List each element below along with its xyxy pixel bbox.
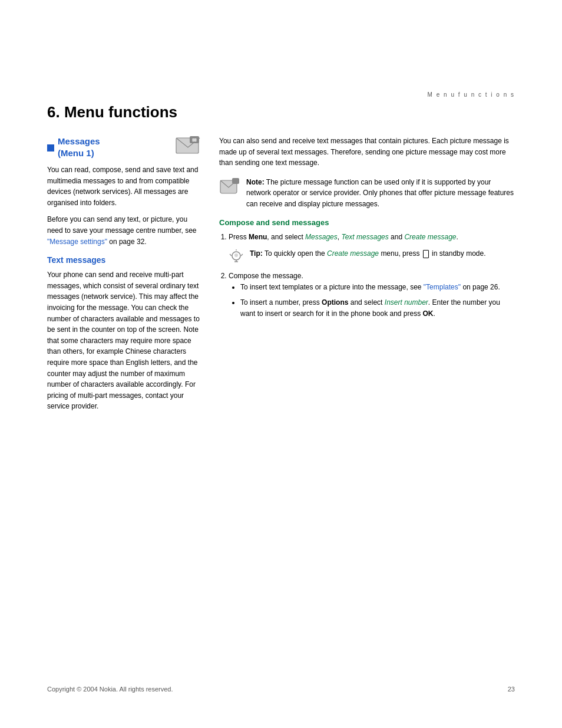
tip-box: Tip: To quickly open the Create message … — [229, 248, 515, 265]
page-header: M e n u f u n c t i o n s — [428, 91, 515, 98]
step-1: Press Menu, and select Messages, Text me… — [229, 232, 515, 265]
steps-list: Press Menu, and select Messages, Text me… — [229, 232, 515, 319]
bullet-2: To insert a number, press Options and se… — [240, 297, 515, 319]
messages-before-send-text: Before you can send any text, or picture… — [47, 214, 200, 247]
messages-section-title: Messages (Menu 1) — [58, 136, 100, 159]
bullet-1: To insert text templates or a picture in… — [240, 282, 515, 293]
standby-button-icon — [423, 250, 429, 258]
right-intro-text: You can also send and receive text messa… — [219, 136, 515, 169]
messages-section-header: Messages (Menu 1) ✉ — [47, 136, 200, 159]
step2-bullets: To insert text templates or a picture in… — [240, 282, 515, 319]
step-2: Compose the message. To insert text temp… — [229, 271, 515, 319]
tip-bulb-icon — [229, 249, 244, 265]
right-column: You can also send and receive text messa… — [219, 136, 515, 418]
message-envelope-icon: ✉ — [176, 136, 200, 154]
chapter-title: 6. Menu functions — [47, 103, 515, 121]
header-section-label: M e n u f u n c t i o n s — [428, 91, 515, 98]
left-column: Messages (Menu 1) ✉ You can read, com — [47, 136, 200, 418]
page: M e n u f u n c t i o n s 6. Menu functi… — [0, 0, 562, 728]
svg-line-8 — [230, 254, 232, 256]
page-footer: Copyright © 2004 Nokia. All rights reser… — [47, 686, 515, 693]
svg-text:✉: ✉ — [192, 137, 197, 143]
copyright-text: Copyright © 2004 Nokia. All rights reser… — [47, 686, 173, 693]
note-text: Note: The picture message function can b… — [246, 177, 515, 210]
templates-link[interactable]: "Templates" — [424, 283, 461, 291]
message-settings-link[interactable]: "Message settings" — [47, 238, 107, 246]
messages-intro-text: You can read, compose, send and save tex… — [47, 164, 200, 208]
tip-text: Tip: To quickly open the Create message … — [250, 248, 485, 259]
messages-title-box: Messages (Menu 1) — [47, 136, 100, 159]
page-number: 23 — [508, 686, 515, 693]
text-messages-title: Text messages — [47, 255, 200, 265]
content-area: 6. Menu functions Messages (Menu 1) — [47, 103, 515, 418]
svg-line-9 — [241, 254, 243, 256]
svg-rect-4 — [232, 178, 239, 184]
two-column-layout: Messages (Menu 1) ✉ You can read, com — [47, 136, 515, 418]
blue-square-icon — [47, 144, 54, 151]
note-icon — [219, 177, 240, 198]
svg-point-11 — [234, 253, 238, 257]
text-messages-body: Your phone can send and receive multi-pa… — [47, 269, 200, 412]
note-box: Note: The picture message function can b… — [219, 177, 515, 210]
compose-send-title: Compose and send messages — [219, 218, 515, 227]
